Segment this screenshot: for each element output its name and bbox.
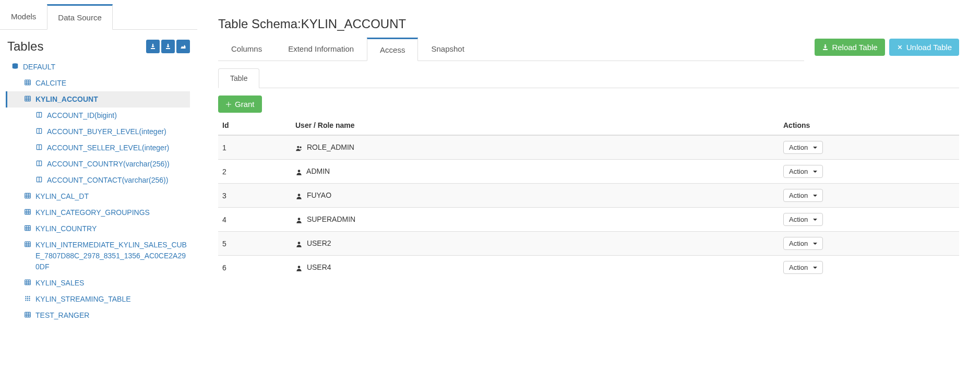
svg-rect-41: [25, 280, 31, 284]
svg-point-54: [29, 300, 30, 301]
tree-table-label: KYLIN_STREAMING_TABLE: [35, 294, 131, 305]
tree-table[interactable]: KYLIN_STREAMING_TABLE: [7, 291, 190, 307]
action-dropdown[interactable]: Action: [783, 213, 823, 226]
tree-table[interactable]: CALCITE: [7, 75, 190, 91]
grant-button[interactable]: Grant: [218, 96, 262, 113]
table-row: 5 USER2 Action: [218, 232, 959, 256]
tree-table[interactable]: KYLIN_COUNTRY: [7, 221, 190, 237]
header-name: User / Role name: [291, 116, 779, 135]
svg-point-60: [297, 146, 299, 148]
database-icon: [11, 63, 20, 70]
page-title-prefix: Table Schema:: [218, 17, 301, 31]
reload-table-label: Reload Table: [832, 43, 877, 52]
sub-tab-table[interactable]: Table: [218, 68, 259, 88]
user-icon: [295, 169, 303, 176]
tab-extend-information[interactable]: Extend Information: [275, 38, 367, 61]
caret-down-icon: [813, 147, 817, 149]
tree-column-label: ACCOUNT_ID(bigint): [47, 110, 117, 121]
cell-id: 2: [218, 160, 291, 184]
tree-table[interactable]: KYLIN_INTERMEDIATE_KYLIN_SALES_CUBE_7807…: [7, 237, 190, 275]
download-icon: [822, 44, 829, 51]
svg-point-50: [27, 298, 28, 299]
svg-rect-26: [25, 209, 31, 214]
tree-table-label: KYLIN_INTERMEDIATE_KYLIN_SALES_CUBE_7807…: [35, 240, 188, 272]
page-title-name: KYLIN_ACCOUNT: [301, 17, 406, 31]
action-dropdown[interactable]: Action: [783, 165, 823, 178]
chart-button[interactable]: [176, 40, 190, 53]
area-chart-icon: [180, 43, 186, 50]
users-group-icon: [295, 145, 303, 152]
tree-table-label: KYLIN_CAL_DT: [35, 191, 89, 202]
tables-title: Tables: [7, 39, 43, 54]
action-dropdown[interactable]: Action: [783, 237, 823, 250]
tab-access[interactable]: Access: [367, 38, 418, 61]
tree-column[interactable]: ACCOUNT_ID(bigint): [7, 108, 190, 124]
tree-table[interactable]: TEST_RANGER: [7, 307, 190, 324]
tables-tree: DEFAULTCALCITEKYLIN_ACCOUNTACCOUNT_ID(bi…: [0, 59, 197, 324]
svg-point-46: [25, 296, 26, 297]
table-grid-icon: [24, 224, 32, 232]
column-icon: [35, 111, 44, 118]
tree-table[interactable]: KYLIN_SALES: [7, 275, 190, 291]
cell-id: 5: [218, 232, 291, 256]
svg-point-61: [300, 146, 302, 148]
close-icon: [897, 44, 903, 51]
table-row: 2 ADMIN Action: [218, 160, 959, 184]
svg-rect-36: [25, 242, 31, 246]
tree-column-label: ACCOUNT_COUNTRY(varchar(256)): [47, 159, 170, 170]
table-row: 3 FUYAO Action: [218, 184, 959, 208]
svg-point-48: [29, 296, 30, 297]
tree-column[interactable]: ACCOUNT_BUYER_LEVEL(integer): [7, 124, 190, 140]
tree-table[interactable]: KYLIN_CATEGORY_GROUPINGS: [7, 205, 190, 221]
load-table-button[interactable]: [146, 40, 160, 53]
main-panel: Table Schema:KYLIN_ACCOUNT Columns Exten…: [197, 0, 980, 324]
load-table-button-2[interactable]: [161, 40, 175, 53]
cell-id: 1: [218, 135, 291, 160]
user-icon: [295, 217, 303, 224]
tree-column[interactable]: ACCOUNT_CONTACT(varchar(256)): [7, 172, 190, 188]
table-row: 6 USER4 Action: [218, 256, 959, 280]
cell-name: SUPERADMIN: [291, 208, 779, 232]
tree-column-label: ACCOUNT_BUYER_LEVEL(integer): [47, 126, 166, 137]
svg-point-47: [27, 296, 28, 297]
unload-table-button[interactable]: Unload Table: [889, 39, 959, 56]
tab-data-source[interactable]: Data Source: [47, 4, 112, 30]
cell-actions: Action: [779, 184, 959, 208]
cell-name: FUYAO: [291, 184, 779, 208]
caret-down-icon: [813, 267, 817, 269]
table-grid-icon: [24, 208, 32, 216]
caret-down-icon: [813, 195, 817, 197]
access-table: Id User / Role name Actions 1 ROLE_ADMIN…: [218, 116, 959, 279]
column-icon: [35, 160, 44, 167]
table-grid-icon: [24, 95, 32, 102]
tree-column-label: ACCOUNT_CONTACT(varchar(256)): [47, 175, 168, 186]
tree-table[interactable]: KYLIN_ACCOUNT: [6, 91, 190, 108]
table-row: 4 SUPERADMIN Action: [218, 208, 959, 232]
tab-snapshot[interactable]: Snapshot: [418, 38, 477, 61]
download-icon: [165, 43, 171, 50]
action-dropdown[interactable]: Action: [783, 189, 823, 202]
tab-columns[interactable]: Columns: [218, 38, 275, 61]
main-tabs: Columns Extend Information Access Snapsh…: [218, 38, 804, 61]
caret-down-icon: [813, 219, 817, 221]
tree-table[interactable]: KYLIN_CAL_DT: [7, 188, 190, 205]
action-dropdown[interactable]: Action: [783, 141, 823, 154]
svg-point-49: [25, 298, 26, 299]
column-icon: [35, 144, 44, 151]
tree-column-label: ACCOUNT_SELLER_LEVEL(integer): [47, 142, 169, 153]
caret-down-icon: [813, 171, 817, 173]
table-grid-icon: [24, 241, 32, 248]
grant-label: Grant: [235, 100, 255, 109]
cell-actions: Action: [779, 232, 959, 256]
tree-database[interactable]: DEFAULT: [7, 59, 190, 75]
action-dropdown[interactable]: Action: [783, 261, 823, 274]
sub-tabs: Table: [218, 68, 959, 88]
table-grid-icon: [24, 192, 32, 199]
tree-column[interactable]: ACCOUNT_SELLER_LEVEL(integer): [7, 140, 190, 156]
svg-point-66: [298, 266, 301, 268]
reload-table-button[interactable]: Reload Table: [815, 39, 885, 56]
tree-table-label: KYLIN_SALES: [35, 278, 84, 289]
tree-column[interactable]: ACCOUNT_COUNTRY(varchar(256)): [7, 156, 190, 172]
svg-point-65: [298, 242, 301, 244]
tab-models[interactable]: Models: [0, 4, 47, 29]
